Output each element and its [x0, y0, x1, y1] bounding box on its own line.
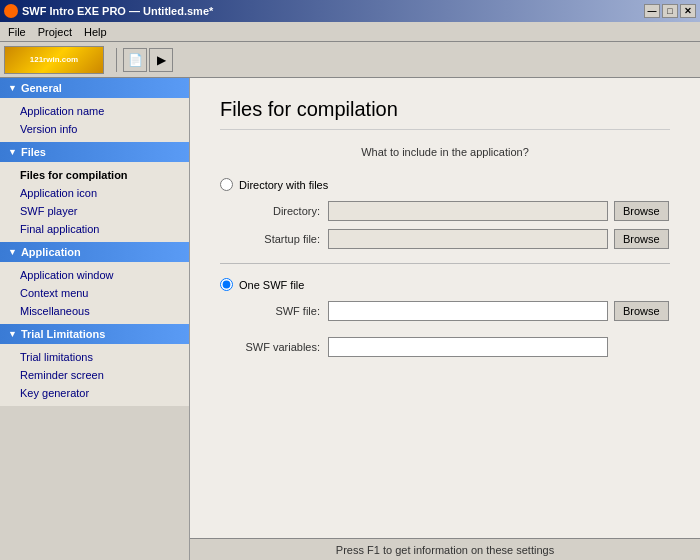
sidebar-item-context-menu[interactable]: Context menu: [0, 284, 189, 302]
menu-bar: File Project Help: [0, 22, 700, 42]
swf-file-input[interactable]: [328, 301, 608, 321]
swf-variables-input[interactable]: [328, 337, 608, 357]
trial-section-label: Trial Limitations: [21, 328, 105, 340]
menu-help[interactable]: Help: [78, 24, 113, 40]
startup-input[interactable]: [328, 229, 608, 249]
toolbar-separator: [116, 48, 117, 72]
content-area: Files for compilation What to include in…: [190, 78, 700, 560]
directory-input[interactable]: [328, 201, 608, 221]
radio-directory-label[interactable]: Directory with files: [239, 179, 328, 191]
sidebar-item-application-name[interactable]: Application name: [0, 102, 189, 120]
main-container: ▼ General Application name Version info …: [0, 78, 700, 560]
toolbar-run-button[interactable]: ▶: [149, 48, 173, 72]
application-arrow-icon: ▼: [8, 247, 17, 257]
content-subtitle: What to include in the application?: [220, 146, 670, 158]
window-controls[interactable]: — □ ✕: [644, 4, 696, 18]
close-button[interactable]: ✕: [680, 4, 696, 18]
content-body: Files for compilation What to include in…: [190, 78, 700, 538]
swf-browse-button[interactable]: Browse: [614, 301, 669, 321]
sidebar-section-files[interactable]: ▼ Files: [0, 142, 189, 162]
toolbar-logo: 121rwin.com: [4, 46, 104, 74]
directory-label: Directory:: [240, 205, 320, 217]
swf-variables-row: SWF variables:: [220, 337, 670, 357]
sidebar-item-final-application[interactable]: Final application: [0, 220, 189, 238]
application-items: Application window Context menu Miscella…: [0, 262, 189, 324]
sidebar-item-files-for-compilation[interactable]: Files for compilation: [0, 166, 189, 184]
sidebar-section-general[interactable]: ▼ General: [0, 78, 189, 98]
startup-file-row: Startup file: Browse: [220, 229, 670, 249]
title-bar: SWF Intro EXE PRO — Untitled.sme* — □ ✕: [0, 0, 700, 22]
sidebar-section-trial[interactable]: ▼ Trial Limitations: [0, 324, 189, 344]
sidebar: ▼ General Application name Version info …: [0, 78, 190, 560]
general-arrow-icon: ▼: [8, 83, 17, 93]
menu-file[interactable]: File: [2, 24, 32, 40]
radio-swf-label[interactable]: One SWF file: [239, 279, 304, 291]
status-text: Press F1 to get information on these set…: [336, 544, 554, 556]
sidebar-item-miscellaneous[interactable]: Miscellaneous: [0, 302, 189, 320]
files-items: Files for compilation Application icon S…: [0, 162, 189, 242]
general-section-label: General: [21, 82, 62, 94]
sidebar-item-reminder-screen[interactable]: Reminder screen: [0, 366, 189, 384]
directory-browse-button[interactable]: Browse: [614, 201, 669, 221]
toolbar: 121rwin.com 📄 ▶: [0, 42, 700, 78]
general-items: Application name Version info: [0, 98, 189, 142]
swf-file-row: SWF file: Browse: [220, 301, 670, 321]
sidebar-item-trial-limitations[interactable]: Trial limitations: [0, 348, 189, 366]
maximize-button[interactable]: □: [662, 4, 678, 18]
divider: [220, 263, 670, 264]
sidebar-item-swf-player[interactable]: SWF player: [0, 202, 189, 220]
radio-swf-row: One SWF file: [220, 278, 670, 291]
trial-items: Trial limitations Reminder screen Key ge…: [0, 344, 189, 406]
directory-row: Directory: Browse: [220, 201, 670, 221]
startup-label: Startup file:: [240, 233, 320, 245]
files-arrow-icon: ▼: [8, 147, 17, 157]
radio-swf[interactable]: [220, 278, 233, 291]
startup-browse-button[interactable]: Browse: [614, 229, 669, 249]
swf-variables-label: SWF variables:: [240, 341, 320, 353]
radio-directory[interactable]: [220, 178, 233, 191]
swf-file-label: SWF file:: [240, 305, 320, 317]
menu-project[interactable]: Project: [32, 24, 78, 40]
app-icon: [4, 4, 18, 18]
page-title: Files for compilation: [220, 98, 670, 130]
window-title: SWF Intro EXE PRO — Untitled.sme*: [22, 5, 213, 17]
trial-arrow-icon: ▼: [8, 329, 17, 339]
minimize-button[interactable]: —: [644, 4, 660, 18]
sidebar-item-version-info[interactable]: Version info: [0, 120, 189, 138]
sidebar-item-application-window[interactable]: Application window: [0, 266, 189, 284]
radio-directory-row: Directory with files: [220, 178, 670, 191]
application-section-label: Application: [21, 246, 81, 258]
sidebar-item-application-icon[interactable]: Application icon: [0, 184, 189, 202]
sidebar-item-key-generator[interactable]: Key generator: [0, 384, 189, 402]
status-bar: Press F1 to get information on these set…: [190, 538, 700, 560]
files-section-label: Files: [21, 146, 46, 158]
toolbar-open-button[interactable]: 📄: [123, 48, 147, 72]
sidebar-section-application[interactable]: ▼ Application: [0, 242, 189, 262]
